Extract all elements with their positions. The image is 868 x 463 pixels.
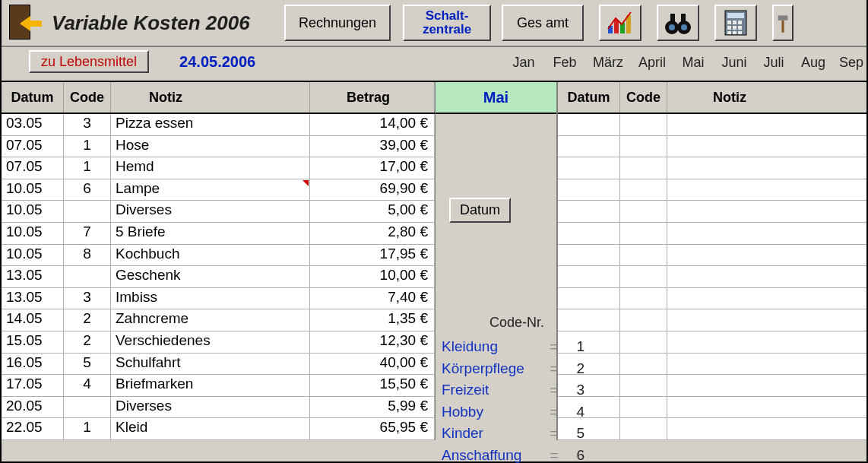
- cell-datum[interactable]: [558, 309, 620, 331]
- table-row[interactable]: 15.052Verschiedenes12,30 €: [2, 331, 435, 354]
- cell-notiz[interactable]: [667, 288, 866, 309]
- cell-notiz[interactable]: Briefmarken: [111, 375, 310, 396]
- cell-betrag[interactable]: 10,00 €: [310, 266, 435, 287]
- cell-code[interactable]: [620, 157, 667, 179]
- cell-betrag[interactable]: 15,50 €: [310, 375, 435, 396]
- col-datum[interactable]: Datum: [2, 82, 64, 113]
- cell-notiz[interactable]: Geschenk: [111, 266, 310, 287]
- col-code-r[interactable]: Code: [620, 82, 667, 113]
- cell-betrag[interactable]: 65,95 €: [310, 418, 435, 439]
- cell-code[interactable]: 3: [64, 114, 111, 135]
- cell-notiz[interactable]: [667, 354, 866, 375]
- month-feb[interactable]: Feb: [544, 55, 585, 71]
- cell-code[interactable]: [620, 201, 667, 222]
- table-row[interactable]: [558, 354, 866, 376]
- cell-notiz[interactable]: Hose: [111, 136, 310, 157]
- cell-notiz[interactable]: Schulfahrt: [111, 354, 310, 375]
- table-row[interactable]: [558, 223, 866, 245]
- cell-code[interactable]: [620, 375, 667, 396]
- cell-code[interactable]: 8: [64, 245, 111, 266]
- cell-datum[interactable]: 22.05: [2, 418, 64, 439]
- cell-notiz[interactable]: Hemd: [111, 157, 310, 179]
- cell-code[interactable]: [620, 354, 667, 375]
- cell-betrag[interactable]: 12,30 €: [310, 331, 435, 353]
- cell-datum[interactable]: 17.05: [2, 375, 64, 396]
- cell-notiz[interactable]: [667, 136, 866, 157]
- cell-betrag[interactable]: 14,00 €: [310, 114, 435, 135]
- cell-notiz[interactable]: Diverses: [111, 201, 310, 222]
- schaltzentrale-button[interactable]: Schalt- zentrale: [403, 5, 491, 41]
- table-row[interactable]: 17.054Briefmarken15,50 €: [2, 375, 435, 397]
- cell-code[interactable]: [620, 114, 667, 135]
- cell-datum[interactable]: [558, 266, 620, 287]
- month-juli[interactable]: Juli: [756, 55, 792, 71]
- cell-notiz[interactable]: Lampe: [111, 179, 310, 201]
- table-row[interactable]: 10.056Lampe69,90 €: [2, 179, 435, 201]
- cell-notiz[interactable]: Verschiedenes: [111, 331, 310, 353]
- col-notiz-r[interactable]: Notiz: [667, 82, 866, 113]
- table-row[interactable]: 14.052Zahncreme1,35 €: [2, 309, 435, 331]
- cell-code[interactable]: 1: [64, 157, 111, 179]
- month-märz[interactable]: März: [585, 55, 631, 71]
- cell-code[interactable]: [64, 201, 111, 222]
- cell-betrag[interactable]: 40,00 €: [310, 354, 435, 375]
- table-row[interactable]: [558, 331, 866, 354]
- table-row[interactable]: [558, 136, 866, 158]
- cell-notiz[interactable]: [667, 157, 866, 179]
- table-row[interactable]: 07.051Hose39,00 €: [2, 136, 435, 158]
- cell-code[interactable]: [620, 331, 667, 353]
- cell-notiz[interactable]: [667, 331, 866, 353]
- table-row[interactable]: 13.05Geschenk10,00 €: [2, 266, 435, 288]
- search-button[interactable]: [657, 5, 699, 41]
- table-row[interactable]: [558, 375, 866, 397]
- month-april[interactable]: April: [631, 55, 673, 71]
- cell-code[interactable]: 7: [64, 223, 111, 244]
- cell-datum[interactable]: 10.05: [2, 223, 64, 244]
- cell-datum[interactable]: 10.05: [2, 245, 64, 266]
- cell-notiz[interactable]: [667, 266, 866, 287]
- month-sep[interactable]: Sep: [835, 55, 868, 71]
- cell-code[interactable]: [64, 397, 111, 418]
- cell-notiz[interactable]: [667, 201, 866, 222]
- gesamt-button[interactable]: Ges amt: [502, 5, 584, 41]
- col-code[interactable]: Code: [64, 82, 111, 113]
- cell-datum[interactable]: 13.05: [2, 266, 64, 287]
- cell-notiz[interactable]: Zahncreme: [111, 309, 310, 331]
- cell-code[interactable]: [620, 223, 667, 244]
- cell-code[interactable]: 5: [64, 354, 111, 375]
- cell-betrag[interactable]: 1,35 €: [310, 309, 435, 331]
- cell-notiz[interactable]: [667, 114, 866, 135]
- cell-datum[interactable]: [558, 179, 620, 201]
- cell-datum[interactable]: 10.05: [2, 179, 64, 201]
- table-row[interactable]: [558, 397, 866, 419]
- table-row[interactable]: 16.055Schulfahrt40,00 €: [2, 354, 435, 376]
- month-aug[interactable]: Aug: [792, 55, 835, 71]
- cell-notiz[interactable]: 5 Briefe: [111, 223, 310, 244]
- cell-code[interactable]: 3: [64, 288, 111, 309]
- exit-icon[interactable]: [9, 5, 46, 41]
- cell-datum[interactable]: [558, 114, 620, 135]
- cell-code[interactable]: 2: [64, 331, 111, 353]
- cell-datum[interactable]: 07.05: [2, 136, 64, 157]
- cell-notiz[interactable]: [667, 375, 866, 396]
- table-row[interactable]: 10.05Diverses5,00 €: [2, 201, 435, 223]
- cell-notiz[interactable]: Imbiss: [111, 288, 310, 309]
- cell-code[interactable]: 6: [64, 179, 111, 201]
- month-juni[interactable]: Juni: [713, 55, 756, 71]
- cell-datum[interactable]: [558, 157, 620, 179]
- cell-betrag[interactable]: 5,00 €: [310, 201, 435, 222]
- cell-code[interactable]: [620, 266, 667, 287]
- cell-datum[interactable]: [558, 223, 620, 244]
- cell-notiz[interactable]: Kochbuch: [111, 245, 310, 266]
- cell-code[interactable]: 2: [64, 309, 111, 331]
- cell-datum[interactable]: 15.05: [2, 331, 64, 353]
- table-row[interactable]: [558, 114, 866, 136]
- cell-datum[interactable]: 13.05: [2, 288, 64, 309]
- month-jan[interactable]: Jan: [503, 55, 544, 71]
- cell-datum[interactable]: 03.05: [2, 114, 64, 135]
- cell-datum[interactable]: [558, 245, 620, 266]
- datum-button[interactable]: Datum: [449, 198, 511, 223]
- cell-betrag[interactable]: 17,95 €: [310, 245, 435, 266]
- lebensmittel-button[interactable]: zu Lebensmittel: [29, 50, 149, 73]
- cell-betrag[interactable]: 5,99 €: [310, 397, 435, 418]
